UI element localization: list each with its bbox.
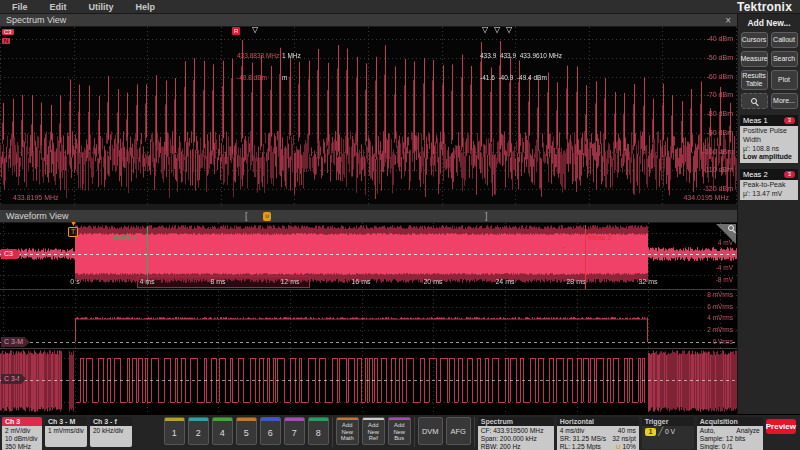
y-axis-label: -40 dBm: [707, 35, 733, 42]
spectrum-canvas[interactable]: [0, 27, 737, 204]
preview-button[interactable]: Preview: [766, 419, 796, 434]
meas2-source-badge: 3: [784, 171, 795, 178]
spectrum-settings-badge[interactable]: Spectrum CF: 433.919500 MHz Span: 200.00…: [478, 417, 554, 450]
trigger-badge-title: Trigger: [642, 417, 694, 426]
peak-marker-icon[interactable]: ▽: [494, 26, 500, 34]
horizontal-window: 40 ms: [618, 427, 636, 435]
bottom-settings-bar: Ch 3 2 mV/div 10 dBm/div 350 MHz Ch 3 - …: [0, 414, 800, 450]
afg-button[interactable]: AFG: [446, 417, 471, 445]
time-label: 20 ms: [415, 278, 451, 285]
trigger-marker[interactable]: T: [68, 227, 78, 237]
time-label: 16 ms: [343, 278, 379, 285]
spectrum-cf: CF: 433.919500 MHz: [481, 427, 551, 435]
delta-marker-icon[interactable]: ▽: [252, 26, 258, 34]
dvm-button[interactable]: DVM: [418, 417, 443, 445]
ch3-badge[interactable]: Ch 3 2 mV/div 10 dBm/div 350 MHz: [2, 417, 42, 450]
plot-button[interactable]: Plot: [771, 70, 798, 90]
meas2-title: Meas 2: [743, 170, 768, 179]
meas2-arrow-icon: ←: [560, 242, 568, 251]
channel-1-button[interactable]: 1: [164, 417, 185, 445]
time-label: 32 ms: [630, 278, 666, 285]
separator: [332, 417, 333, 447]
rms-label: 8 mVrms: [707, 291, 733, 298]
results-table-button[interactable]: Results Table: [741, 70, 768, 90]
peak-marker-icon[interactable]: ▽: [482, 26, 488, 34]
channel-2-button[interactable]: 2: [188, 417, 209, 445]
delta-marker-readout: 1 MHz m: [282, 37, 301, 97]
acquisition-settings-badge[interactable]: Acquisition Auto,Analyze Sample: 12 bits…: [697, 417, 763, 450]
menu-edit[interactable]: Edit: [50, 2, 67, 12]
ch3-scale: 2 mV/div: [5, 427, 39, 435]
channel3-math-badge[interactable]: C 3-M: [1, 337, 30, 347]
callout-button[interactable]: Callout: [771, 32, 798, 48]
channel-number: 7: [285, 421, 304, 444]
display-area: Spectrum View × C3 N R ▽ ▽ ▽ ▽ 433.8833 …: [0, 14, 737, 414]
menu-utility[interactable]: Utility: [89, 2, 114, 12]
menu-file[interactable]: File: [12, 2, 28, 12]
menu-help[interactable]: Help: [136, 2, 156, 12]
waveform-canvas[interactable]: [0, 223, 737, 414]
channel3-badge[interactable]: C3: [1, 249, 20, 259]
meas1-annotation-label: Meas 1: [113, 234, 136, 241]
rms-label: 4 mVrms: [707, 314, 733, 321]
reference-marker-readout: 433.8833 MHz -40.8 dBm: [237, 37, 279, 97]
separator: [474, 417, 475, 447]
rms-label: 2 mVrms: [707, 326, 733, 333]
add-new-ref-button[interactable]: Add New Ref: [362, 417, 385, 445]
ch3-math-badge[interactable]: Ch 3 - M 1 mVrms/div: [45, 417, 87, 447]
peak-marker-icon[interactable]: ▽: [506, 26, 512, 34]
volt-label: -8 mV: [716, 276, 733, 283]
more-button[interactable]: More...: [771, 93, 798, 109]
add-new-math-button[interactable]: Add New Math: [336, 417, 359, 445]
channel-6-button[interactable]: 6: [260, 417, 281, 445]
add-new-bus-button[interactable]: Add New Bus: [388, 417, 411, 445]
time-label: 0 s: [57, 278, 93, 285]
meas2-badge[interactable]: Meas 2 3 Peak-to-Peak µ': 13.47 mV: [740, 169, 798, 200]
reference-marker-ampl: -40.8 dBm: [237, 74, 279, 81]
horizontal-settings-badge[interactable]: Horizontal 4 ms/div40 ms SR: 31.25 MS/s3…: [557, 417, 639, 450]
horizontal-position: 10%: [623, 443, 636, 450]
spectrum-view-title: Spectrum View: [6, 15, 66, 25]
x-axis-end-label: 434.0195 MHz: [683, 194, 729, 201]
zoom-position-icon: ∪: [616, 443, 621, 450]
cursor-bracket-left-icon[interactable]: [: [245, 211, 248, 221]
waveform-view-titlebar[interactable]: Waveform View [ ∪ ]: [0, 210, 737, 223]
acq-single: Single: 0 /1: [700, 443, 760, 450]
acquisition-badge-title: Acquisition: [697, 417, 763, 426]
ch3-freq-badge[interactable]: Ch 3 - f 20 kHz/div: [90, 417, 132, 447]
y-axis-label: -100 dBm: [703, 148, 733, 155]
channel-5-button[interactable]: 5: [236, 417, 257, 445]
delta-marker-ampl: m: [282, 74, 301, 81]
meas1-badge[interactable]: Meas 1 3 Positive Pulse Width µ': 108.8 …: [740, 115, 798, 163]
reference-marker-icon[interactable]: R: [232, 27, 240, 35]
y-axis-label: -60 dBm: [707, 73, 733, 80]
zoom-tool-button[interactable]: [741, 93, 768, 109]
ch3-freq-scale: 20 kHz/div: [93, 427, 129, 435]
channel-4-button[interactable]: 4: [212, 417, 233, 445]
spectrum-view-titlebar[interactable]: Spectrum View ×: [0, 14, 737, 27]
trigger-position-icon[interactable]: ▼: [70, 220, 77, 227]
horizontal-resolution: 32 ns/pt: [612, 435, 635, 443]
menu-bar: File Edit Utility Help Tektronix: [0, 0, 800, 14]
expansion-point-icon[interactable]: ∪: [263, 212, 271, 221]
measure-button[interactable]: Measure: [741, 51, 768, 67]
y-axis-label: -80 dBm: [707, 110, 733, 117]
add-math-label: Add New Math: [337, 420, 358, 444]
meas1-title: Meas 1: [743, 116, 768, 125]
cursor-bracket-right-icon[interactable]: ]: [485, 211, 488, 221]
channel-8-button[interactable]: 8: [308, 417, 329, 445]
channel3-freq-badge[interactable]: C 3-f: [1, 374, 26, 384]
close-icon[interactable]: ×: [725, 14, 731, 27]
channel-7-button[interactable]: 7: [284, 417, 305, 445]
trigger-settings-badge[interactable]: Trigger 1 ╱ 0 V: [642, 417, 694, 449]
magnifier-icon: [751, 98, 757, 104]
search-button[interactable]: Search: [771, 51, 798, 67]
acq-mode: Auto,: [700, 427, 715, 435]
waveform-plot[interactable]: ▼ T C3 C 3-M C 3-f Meas 1 → Meas 2 ← 0 s…: [0, 223, 737, 414]
time-label: 12 ms: [272, 278, 308, 285]
cursors-button[interactable]: Cursors: [741, 32, 768, 48]
spectrum-plot[interactable]: C3 N R ▽ ▽ ▽ ▽ 433.8833 MHz -40.8 dBm 1 …: [0, 27, 737, 204]
peak-markers-freqs: 433.9 433.9 433.9610 MHz: [480, 52, 562, 59]
ch3-math-title: Ch 3 - M: [45, 417, 87, 426]
meas1-warning: Low amplitude: [743, 153, 795, 162]
